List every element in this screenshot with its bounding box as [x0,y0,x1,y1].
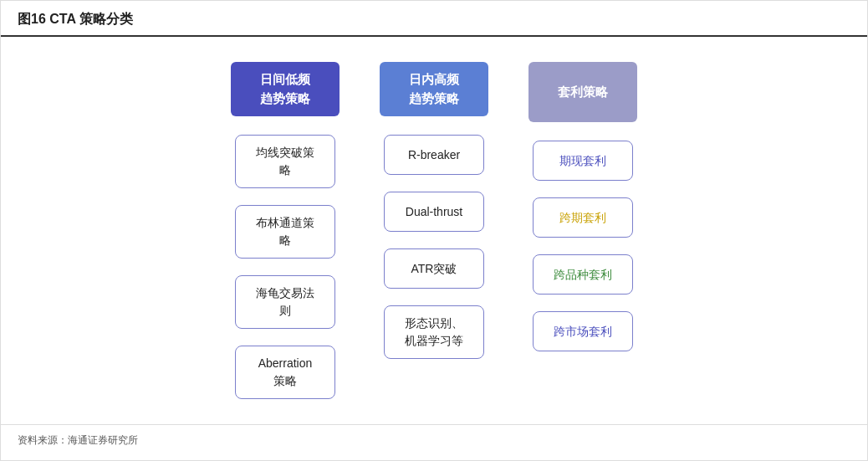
col2-card-3: ATR突破 [384,248,484,289]
col3-card-2: 跨期套利 [533,197,633,238]
col1-card-1: 均线突破策略 [235,135,335,188]
column-3: 套利策略 期现套利 跨期套利 跨品种套利 跨市场套利 [528,62,637,407]
col1-card-3: 海龟交易法则 [235,275,335,329]
col3-header: 套利策略 [528,62,637,122]
footer-text: 资料来源：海通证券研究所 [18,434,138,446]
diagram-area: 日间低频 趋势策略 均线突破策略 布林通道策略 海龟交易法则 Aberratio… [1,37,867,416]
col1-header: 日间低频 趋势策略 [231,62,340,116]
column-2: 日内高频 趋势策略 R-breaker Dual-thrust ATR突破 形态… [380,62,488,407]
col2-card-2: Dual-thrust [384,192,484,232]
col3-card-3: 跨品种套利 [533,254,633,295]
col3-card-1: 期现套利 [533,141,633,181]
col2-header: 日内高频 趋势策略 [380,62,488,116]
col1-card-4: Aberration策略 [235,346,335,399]
col2-card-1: R-breaker [384,135,484,175]
footer: 资料来源：海通证券研究所 [1,424,867,456]
col2-card-4: 形态识别、机器学习等 [384,305,484,359]
chart-title: 图16 CTA 策略分类 [18,12,133,26]
title-bar: 图16 CTA 策略分类 [1,1,867,37]
col1-card-2: 布林通道策略 [235,205,335,259]
main-container: 图16 CTA 策略分类 日间低频 趋势策略 均线突破策略 布林通道策略 海龟交… [0,0,868,461]
col3-card-4: 跨市场套利 [533,311,633,351]
column-1: 日间低频 趋势策略 均线突破策略 布林通道策略 海龟交易法则 Aberratio… [231,62,340,407]
